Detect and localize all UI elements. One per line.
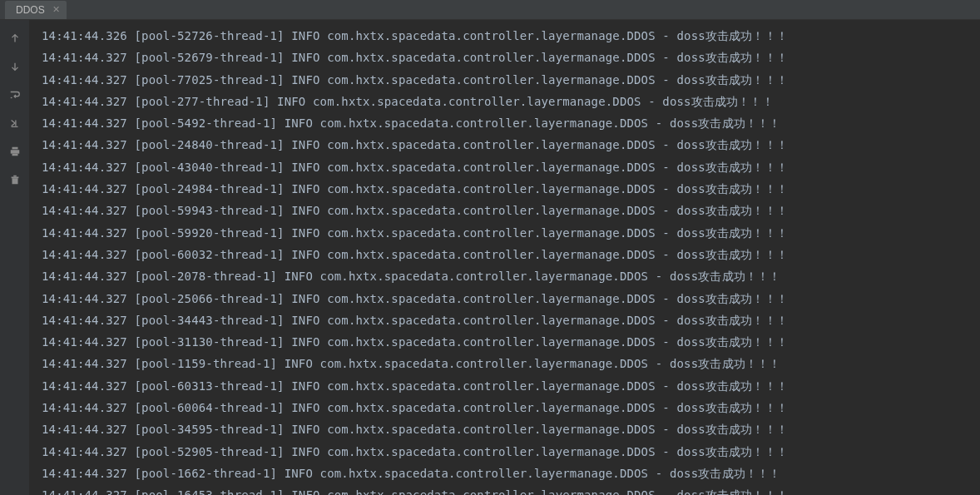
log-line: 14:41:44.327 [pool-34595-thread-1] INFO … — [42, 418, 980, 440]
log-line: 14:41:44.327 [pool-60313-thread-1] INFO … — [42, 375, 980, 397]
svg-rect-6 — [12, 178, 17, 184]
log-line: 14:41:44.327 [pool-60064-thread-1] INFO … — [42, 397, 980, 418]
tab-bar: DDOS ✕ — [0, 0, 980, 20]
log-line: 14:41:44.327 [pool-25066-thread-1] INFO … — [42, 288, 980, 309]
log-line: 14:41:44.327 [pool-5492-thread-1] INFO c… — [42, 112, 980, 134]
log-line: 14:41:44.327 [pool-60032-thread-1] INFO … — [42, 244, 980, 265]
svg-rect-2 — [12, 147, 17, 150]
trash-icon[interactable] — [8, 173, 22, 186]
arrow-up-icon[interactable] — [8, 32, 22, 45]
log-line: 14:41:44.327 [pool-24984-thread-1] INFO … — [42, 178, 980, 200]
tab-ddos[interactable]: DDOS ✕ — [5, 1, 67, 19]
soft-wrap-icon[interactable] — [8, 88, 22, 101]
log-line: 14:41:44.327 [pool-43040-thread-1] INFO … — [42, 156, 980, 178]
svg-rect-3 — [10, 150, 19, 153]
print-icon[interactable] — [8, 145, 22, 158]
log-line: 14:41:44.327 [pool-24840-thread-1] INFO … — [42, 134, 980, 156]
log-line: 14:41:44.327 [pool-277-thread-1] INFO co… — [42, 91, 980, 112]
arrow-down-icon[interactable] — [8, 60, 22, 73]
log-line: 14:41:44.327 [pool-34443-thread-1] INFO … — [42, 309, 980, 331]
log-line: 14:41:44.327 [pool-52679-thread-1] INFO … — [42, 47, 980, 68]
svg-rect-7 — [13, 176, 17, 177]
log-line: 14:41:44.327 [pool-2078-thread-1] INFO c… — [42, 265, 980, 287]
tab-label: DDOS — [16, 4, 45, 16]
log-line: 14:41:44.327 [pool-16453-thread-1] INFO … — [42, 484, 980, 495]
tab-close-icon[interactable]: ✕ — [52, 4, 60, 15]
log-line: 14:41:44.327 [pool-59943-thread-1] INFO … — [42, 200, 980, 221]
log-output[interactable]: 14:41:44.326 [pool-52726-thread-1] INFO … — [30, 20, 980, 495]
scroll-to-end-icon[interactable] — [8, 116, 22, 130]
log-line: 14:41:44.327 [pool-1159-thread-1] INFO c… — [42, 353, 980, 374]
log-line: 14:41:44.327 [pool-52905-thread-1] INFO … — [42, 441, 980, 463]
log-line: 14:41:44.327 [pool-77025-thread-1] INFO … — [42, 69, 980, 91]
svg-rect-4 — [12, 154, 17, 156]
svg-rect-5 — [11, 177, 18, 179]
log-line: 14:41:44.327 [pool-59920-thread-1] INFO … — [42, 222, 980, 244]
console-gutter — [0, 20, 30, 495]
log-line: 14:41:44.326 [pool-52726-thread-1] INFO … — [42, 25, 980, 47]
log-line: 14:41:44.327 [pool-31130-thread-1] INFO … — [42, 331, 980, 353]
log-line: 14:41:44.327 [pool-1662-thread-1] INFO c… — [42, 463, 980, 484]
